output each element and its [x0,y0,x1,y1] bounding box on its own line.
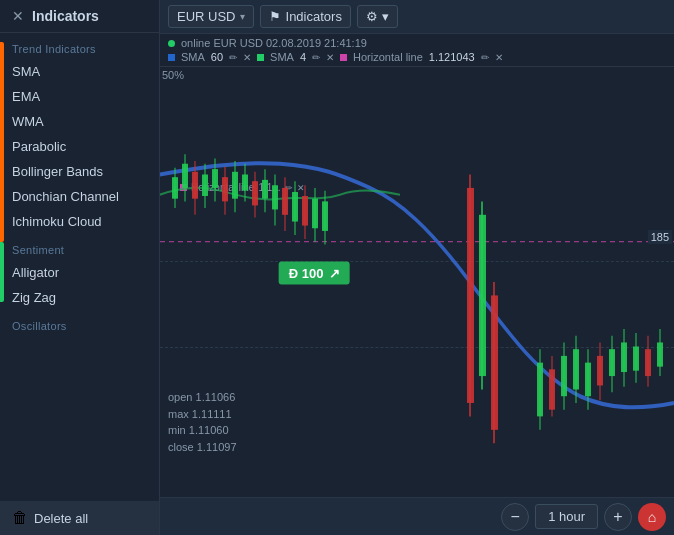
svg-rect-28 [302,196,308,226]
svg-rect-42 [549,369,555,409]
indicator-item-ema[interactable]: EMA [0,84,159,109]
oscillators-section-label: Oscillators [0,310,159,336]
home-button[interactable]: ⌂ [638,503,666,531]
svg-rect-38 [491,295,498,429]
min-value: 1.11060 [189,424,229,436]
sma1-color-dot [168,54,175,61]
svg-rect-12 [222,177,228,201]
chevron-down-icon: ▾ [240,11,245,22]
ohlc-min: min 1.11060 [168,422,237,439]
horiz-edit-icon[interactable]: ✏ [481,52,489,63]
info-row-indicators: SMA 60 ✏ ✕ SMA 4 ✏ ✕ Horizontal line 1.1… [168,51,666,63]
green-accent-bar [0,242,4,302]
svg-rect-40 [537,363,543,417]
svg-rect-10 [212,169,218,188]
sma2-label: SMA [270,51,294,63]
chart-svg [160,67,674,497]
svg-rect-22 [272,185,278,209]
pair-selector[interactable]: EUR USD ▾ [168,5,254,28]
online-dot [168,40,175,47]
sidebar-header: ✕ Indicators [0,0,159,33]
svg-rect-4 [182,164,188,188]
indicator-item-bollinger[interactable]: Bollinger Bands [0,159,159,184]
sidebar-title: Indicators [32,8,99,24]
sma1-edit-icon[interactable]: ✏ [229,52,237,63]
close-label: close [168,441,194,453]
min-label: min [168,424,186,436]
sma2-edit-icon[interactable]: ✏ [312,52,320,63]
main-panel: EUR USD ▾ ⚑ Indicators ⚙ ▾ online EUR US… [160,0,674,535]
sma1-label: SMA [181,51,205,63]
arrow-icon: ↗ [329,266,340,281]
indicator-item-alligator[interactable]: Alligator [0,260,159,285]
online-text: online EUR USD 02.08.2019 21:41:19 [181,37,367,49]
close-icon[interactable]: ✕ [12,8,24,24]
ohlc-close: close 1.11097 [168,439,237,456]
horiz-color-dot [340,54,347,61]
svg-rect-50 [597,356,603,386]
right-price-label: 185 [648,230,672,244]
svg-rect-18 [252,181,258,205]
time-selector[interactable]: 1 hour [535,504,598,529]
indicator-item-zigzag[interactable]: Zig Zag [0,285,159,310]
sma2-color-dot [257,54,264,61]
sma1-close-icon[interactable]: ✕ [243,52,251,63]
sliders-icon: ⚙ [366,9,378,24]
horiz-value: 1.121043 [429,51,475,63]
zoom-out-button[interactable]: − [501,503,529,531]
sma1-value: 60 [211,51,223,63]
info-bar: online EUR USD 02.08.2019 21:41:19 SMA 6… [160,34,674,67]
svg-rect-14 [232,172,238,199]
delete-all-label: Delete all [34,511,88,526]
svg-rect-2 [172,177,178,199]
close-value: 1.11097 [197,441,237,453]
pair-label: EUR USD [177,9,236,24]
indicator-item-donchian[interactable]: Donchian Channel [0,184,159,209]
orange-accent-bar [0,42,4,242]
chevron-down-icon-2: ▾ [382,9,389,24]
open-label: open [168,391,192,403]
plus-icon: + [613,508,622,526]
indicator-item-sma[interactable]: SMA [0,59,159,84]
indicator-item-wma[interactable]: WMA [0,109,159,134]
sma2-close-icon[interactable]: ✕ [326,52,334,63]
svg-rect-60 [657,342,663,366]
svg-rect-20 [262,180,268,199]
horiz-close-icon[interactable]: ✕ [495,52,503,63]
max-label: max [168,408,189,420]
svg-rect-16 [242,175,248,191]
svg-rect-24 [282,188,288,215]
indicator-item-ichimoku[interactable]: Ichimoku Cloud [0,209,159,234]
indicators-button[interactable]: ⚑ Indicators [260,5,351,28]
svg-rect-8 [202,175,208,197]
open-value: 1.11066 [196,391,236,403]
svg-rect-44 [561,356,567,396]
horiz-label: Horizontal line [353,51,423,63]
svg-rect-32 [322,201,328,231]
svg-rect-52 [609,349,615,376]
svg-rect-26 [292,192,298,222]
svg-rect-34 [467,188,474,403]
flag-icon: ⚑ [269,9,281,24]
ohlc-max: max 1.11111 [168,406,237,423]
price-badge[interactable]: Ð 100 ↗ [279,262,350,285]
indicators-label: Indicators [286,9,342,24]
zoom-in-button[interactable]: + [604,503,632,531]
bottom-bar: − 1 hour + ⌂ [160,497,674,535]
svg-rect-6 [192,172,198,199]
svg-rect-54 [621,342,627,372]
indicator-item-parabolic[interactable]: Parabolic [0,134,159,159]
time-label: 1 hour [548,509,585,524]
home-icon: ⌂ [648,509,656,525]
trash-icon: 🗑 [12,509,28,527]
max-value: 1.11111 [192,408,232,420]
svg-rect-56 [633,347,639,371]
svg-rect-48 [585,363,591,397]
svg-rect-30 [312,199,318,229]
minus-icon: − [510,508,519,526]
svg-rect-58 [645,349,651,376]
ohlc-info: open 1.11066 max 1.11111 min 1.11060 clo… [168,389,237,455]
delete-all-button[interactable]: 🗑 Delete all [0,501,159,535]
settings-button[interactable]: ⚙ ▾ [357,5,398,28]
chart-toolbar: EUR USD ▾ ⚑ Indicators ⚙ ▾ [160,0,674,34]
